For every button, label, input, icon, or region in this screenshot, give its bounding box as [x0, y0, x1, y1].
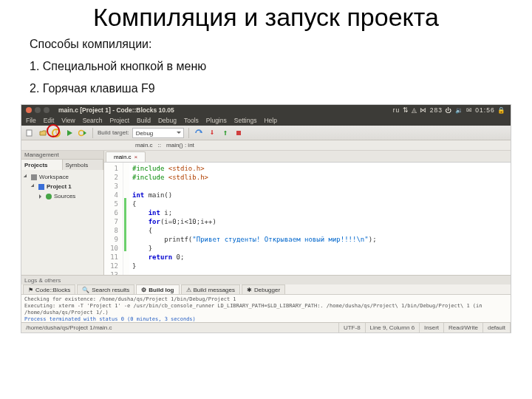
close-icon[interactable]: [26, 107, 32, 113]
scope-breadcrumb: main.c :: main() : int: [21, 140, 511, 151]
menu-tools[interactable]: Tools: [184, 117, 199, 124]
system-tray: ru ⇅ ◬ ⋈ 283 ⏻ 🔉 ✉ 01:56 🔒: [393, 106, 506, 114]
sidebar-tab-projects[interactable]: Projects: [21, 160, 63, 170]
status-cursor: Line 9, Column 6: [366, 323, 420, 332]
stop-icon[interactable]: [233, 128, 244, 138]
new-file-icon[interactable]: [24, 128, 35, 138]
build-log[interactable]: Checking for existence: /home/dusha/qs/P…: [21, 295, 511, 322]
bug-icon: ✱: [247, 287, 252, 293]
close-tab-icon[interactable]: ×: [134, 154, 138, 160]
status-insert: Insert: [420, 323, 444, 332]
bottom-tab-debugger[interactable]: ✱Debugger: [242, 284, 285, 294]
crumb-sep: ::: [158, 142, 161, 149]
window-titlebar: main.c [Project 1] - Code::Blocks 10.05 …: [21, 105, 511, 115]
step-out-icon[interactable]: [220, 128, 231, 138]
run-icon[interactable]: [64, 128, 75, 138]
bottom-tab-buildlog[interactable]: ⚙Build log: [136, 284, 179, 294]
menu-build[interactable]: Build: [137, 117, 151, 124]
toolbar-main: Build target: Debug: [21, 126, 511, 140]
build-run-icon[interactable]: [78, 128, 88, 138]
tree-sources[interactable]: Sources: [24, 191, 100, 201]
status-encoding: UTF-8: [339, 323, 366, 332]
code-area[interactable]: 12345678910111213 #include <stdio.h>#inc…: [104, 163, 511, 275]
menu-file[interactable]: File: [26, 117, 36, 124]
project-tree: Workspace Project 1 Sources: [21, 170, 103, 203]
change-marks: [123, 163, 129, 275]
bottom-title: Logs & others: [21, 276, 511, 284]
statusbar: /home/dusha/qs/Project 1/main.c UTF-8 Li…: [21, 322, 511, 332]
method-1: 1. Специальной кнопкой в меню: [30, 60, 502, 73]
menu-help[interactable]: Help: [264, 117, 276, 124]
menubar: File Edit View Search Project Build Debu…: [21, 115, 511, 126]
status-readwrite: Read/Write: [444, 323, 483, 332]
window-title: main.c [Project 1] - Code::Blocks 10.05: [58, 106, 174, 114]
sidebar: Management Projects Symbols Workspace Pr…: [21, 151, 104, 275]
line-gutter: 12345678910111213: [104, 163, 123, 275]
svg-rect-3: [236, 131, 241, 135]
build-icon[interactable]: [51, 128, 61, 138]
build-target-select[interactable]: Debug: [132, 128, 184, 138]
open-icon[interactable]: [38, 128, 48, 138]
editor-tab-mainc[interactable]: main.c×: [106, 151, 146, 162]
sidebar-tab-symbols[interactable]: Symbols: [63, 160, 104, 170]
warning-icon: ⚠: [186, 287, 191, 293]
search-icon: 🔍: [82, 287, 89, 293]
sidebar-header: Management: [21, 151, 103, 160]
gear-icon: ⚙: [141, 287, 146, 293]
menu-settings[interactable]: Settings: [234, 117, 257, 124]
menu-plugins[interactable]: Plugins: [206, 117, 227, 124]
step-over-icon[interactable]: [194, 128, 204, 138]
status-path: /home/dusha/qs/Project 1/main.c: [21, 323, 339, 332]
menu-view[interactable]: View: [61, 117, 75, 124]
menu-project[interactable]: Project: [110, 117, 129, 124]
tree-workspace[interactable]: Workspace: [24, 172, 100, 182]
source-code[interactable]: #include <stdio.h>#include <stdlib.h> in…: [129, 163, 511, 275]
ide-window: main.c [Project 1] - Code::Blocks 10.05 …: [21, 104, 511, 333]
svg-rect-0: [27, 130, 32, 136]
bottom-tab-messages[interactable]: ⚠Build messages: [181, 284, 240, 294]
maximize-icon[interactable]: [44, 107, 50, 113]
method-2: 2. Горячая клавиша F9: [30, 82, 502, 95]
folder-icon: [46, 194, 52, 200]
build-target-label: Build target:: [98, 129, 129, 136]
slide-title: Компиляция и запуск проекта: [0, 0, 532, 32]
slide-body: Способы компиляции: 1. Специальной кнопк…: [0, 32, 532, 95]
bottom-tab-search[interactable]: 🔍Search results: [77, 284, 134, 294]
tree-project[interactable]: Project 1: [24, 182, 100, 191]
crumb-file[interactable]: main.c: [132, 142, 156, 149]
step-into-icon[interactable]: [207, 128, 217, 138]
workspace-icon: [31, 174, 37, 180]
editor: main.c× 12345678910111213 #include <stdi…: [104, 151, 511, 275]
status-profile: default: [483, 323, 511, 332]
bottom-panel: Logs & others ⚑Code::Blocks 🔍Search resu…: [21, 275, 511, 322]
project-icon: [38, 184, 44, 190]
svg-point-2: [79, 130, 84, 135]
info-icon: ⚑: [28, 287, 33, 293]
menu-debug[interactable]: Debug: [158, 117, 177, 124]
minimize-icon[interactable]: [35, 107, 41, 113]
subtitle: Способы компиляции:: [30, 38, 502, 51]
crumb-scope[interactable]: main() : int: [163, 142, 197, 149]
bottom-tab-codeblocks[interactable]: ⚑Code::Blocks: [23, 284, 75, 294]
menu-search[interactable]: Search: [83, 117, 103, 124]
menu-edit[interactable]: Edit: [44, 117, 55, 124]
